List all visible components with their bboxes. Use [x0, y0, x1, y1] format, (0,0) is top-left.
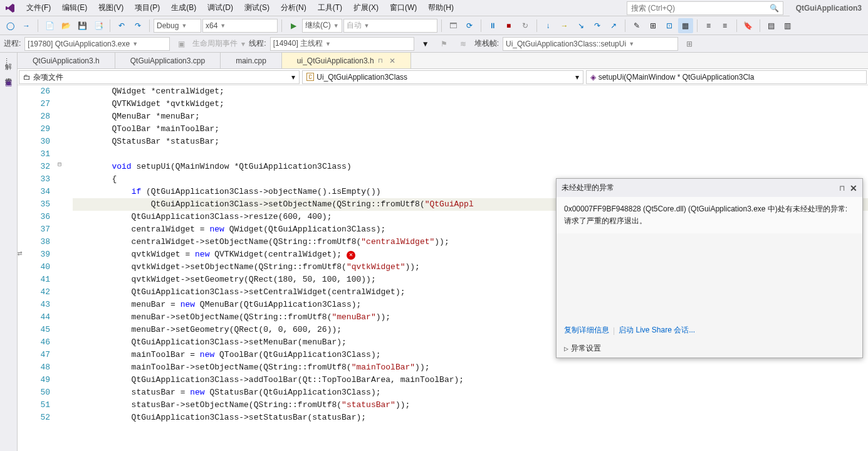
menu-build[interactable]: 生成(B)	[166, 0, 201, 16]
sidebar-tab-1[interactable]: 解...	[3, 55, 14, 66]
nav-scope[interactable]: 🗀杂项文件▾	[19, 70, 300, 84]
comment-icon[interactable]: ▤	[764, 18, 779, 33]
continue-button[interactable]: ▶	[286, 18, 301, 33]
popup-pin-icon[interactable]: ⊓	[839, 184, 845, 193]
open-button[interactable]: 📂	[58, 18, 73, 33]
redo-button[interactable]: ↷	[130, 18, 145, 33]
lifecycle-label: 生命周期事件	[192, 38, 238, 49]
back-button[interactable]: ◯	[3, 18, 18, 33]
menu-view[interactable]: 视图(V)	[93, 0, 128, 16]
breakpoint-margin[interactable]: ⇄	[18, 85, 34, 451]
tab-cpp[interactable]: QtGuiApplication3.cpp	[115, 53, 221, 68]
tool-icon4[interactable]: ▦	[678, 18, 693, 33]
tab-header-h[interactable]: QtGuiApplication3.h	[18, 53, 115, 68]
vs-logo-icon	[3, 1, 18, 16]
live-share-link[interactable]: 启动 Live Share 会话...	[619, 325, 695, 336]
step-into2-icon[interactable]: ↘	[573, 18, 588, 33]
uncomment-icon[interactable]: ▥	[780, 18, 795, 33]
scope-icon: 🗀	[23, 73, 31, 82]
tab-ui-h[interactable]: ui_QtGuiApplication3.h⊓✕	[282, 53, 411, 68]
tool-icon3[interactable]: ⊡	[662, 18, 677, 33]
sidebar-icon[interactable]: ▣	[5, 78, 12, 87]
exception-popup-title: 未经处理的异常 ⊓ ✕	[557, 179, 862, 197]
stackframe-label: 堆栈帧:	[474, 38, 499, 49]
func-icon: ◈	[590, 73, 596, 82]
indent-left-icon[interactable]: ≡	[701, 18, 716, 33]
step-out-icon[interactable]: ↗	[606, 18, 621, 33]
sync-icon[interactable]: ⊞	[682, 36, 697, 51]
code-nav-bar: 🗀杂项文件▾ 🄲Ui_QtGuiApplication3Class▾ ◈setu…	[18, 69, 868, 85]
process-combo[interactable]: [19780] QtGuiApplication3.exe▼	[24, 37, 170, 51]
stop-button[interactable]: ■	[501, 18, 516, 33]
outline-margin[interactable]: ⊟	[54, 85, 65, 451]
platform-combo[interactable]: x64▼	[202, 19, 278, 33]
exception-message: 0x00007FF9BF948828 (Qt5Core.dll) (QtGuiA…	[557, 197, 862, 233]
debug-icon1[interactable]: 🗖	[446, 18, 461, 33]
bookmark-icon[interactable]: 🔖	[741, 18, 756, 33]
menu-analyze[interactable]: 分析(N)	[276, 0, 311, 16]
filter-icon[interactable]: ▼	[418, 36, 433, 51]
swap-icon: ⇄	[18, 249, 23, 258]
chevron-right-icon: ▷	[564, 346, 568, 352]
nav-func[interactable]: ◈setupUi(QMainWindow * QtGuiApplication3…	[586, 70, 867, 84]
menu-tools[interactable]: 工具(T)	[313, 0, 347, 16]
menu-extensions[interactable]: 扩展(X)	[348, 0, 384, 16]
close-icon[interactable]: ✕	[389, 56, 395, 65]
threads-icon[interactable]: ≋	[456, 36, 471, 51]
error-icon[interactable]	[347, 251, 355, 260]
menu-project[interactable]: 项目(P)	[130, 0, 165, 16]
menu-debug[interactable]: 调试(D)	[202, 0, 238, 16]
step-into-icon[interactable]: ↓	[541, 18, 556, 33]
line-numbers: 2627282930313233343536373839404142434445…	[34, 85, 54, 451]
menu-test[interactable]: 测试(S)	[239, 0, 275, 16]
copy-details-link[interactable]: 复制详细信息	[564, 325, 609, 336]
continue-combo[interactable]: 继续(C)▼	[302, 19, 342, 33]
menu-window[interactable]: 窗口(W)	[385, 0, 422, 16]
thread-combo[interactable]: [14940] 主线程▼	[270, 37, 414, 51]
quick-search[interactable]: 🔍	[627, 1, 783, 15]
left-sidebar: 解... 搜索 ▣	[0, 53, 18, 451]
quick-search-input[interactable]	[627, 4, 766, 13]
save-button[interactable]: 💾	[75, 18, 90, 33]
lifecycle-icon[interactable]: ▣	[174, 36, 189, 51]
app-title: QtGuiApplication3	[790, 0, 868, 16]
auto-combo[interactable]: 自动▼	[343, 19, 437, 33]
nav-class[interactable]: 🄲Ui_QtGuiApplication3Class▾	[302, 70, 583, 84]
restart-button[interactable]: ↻	[518, 18, 533, 33]
process-label: 进程:	[4, 38, 21, 49]
new-button[interactable]: 📄	[42, 18, 57, 33]
search-icon[interactable]: 🔍	[766, 4, 783, 13]
forward-button[interactable]: →	[19, 18, 34, 33]
next-statement-icon[interactable]: →	[557, 18, 572, 33]
tab-main[interactable]: main.cpp	[221, 53, 282, 68]
menu-file[interactable]: 文件(F)	[21, 0, 56, 16]
tool-icon2[interactable]: ⊞	[646, 18, 661, 33]
class-icon: 🄲	[306, 73, 314, 82]
exception-popup: 未经处理的异常 ⊓ ✕ 0x00007FF9BF948828 (Qt5Core.…	[556, 178, 863, 358]
indent-right-icon[interactable]: ≡	[718, 18, 733, 33]
menubar: 文件(F) 编辑(E) 视图(V) 项目(P) 生成(B) 调试(D) 测试(S…	[0, 0, 790, 16]
step-over-icon[interactable]: ↷	[590, 18, 605, 33]
pause-button[interactable]: ⏸	[485, 18, 500, 33]
exception-settings-expand[interactable]: ▷ 异常设置	[557, 339, 862, 358]
menu-help[interactable]: 帮助(H)	[423, 0, 459, 16]
debug-icon2[interactable]: ⟳	[462, 18, 477, 33]
save-all-button[interactable]: 📑	[91, 18, 106, 33]
menu-edit[interactable]: 编辑(E)	[57, 0, 92, 16]
main-toolbar: ◯ → 📄 📂 💾 📑 ↶ ↷ Debug▼ x64▼ ▶ 继续(C)▼ 自动▼…	[0, 16, 868, 35]
document-tabs: QtGuiApplication3.h QtGuiApplication3.cp…	[18, 53, 868, 69]
config-combo[interactable]: Debug▼	[154, 19, 201, 33]
sidebar-tab-2[interactable]: 搜索	[3, 70, 14, 75]
thread-label: 线程:	[249, 38, 266, 49]
undo-button[interactable]: ↶	[114, 18, 129, 33]
tool-icon1[interactable]: ✎	[629, 18, 644, 33]
flag-icon[interactable]: ⚑	[437, 36, 452, 51]
popup-close-icon[interactable]: ✕	[850, 183, 857, 193]
pin-icon[interactable]: ⊓	[378, 57, 383, 64]
stackframe-combo[interactable]: Ui_QtGuiApplication3Class::setupUi▼	[503, 37, 678, 51]
debug-location-bar: 进程: [19780] QtGuiApplication3.exe▼ ▣ 生命周…	[0, 35, 868, 53]
